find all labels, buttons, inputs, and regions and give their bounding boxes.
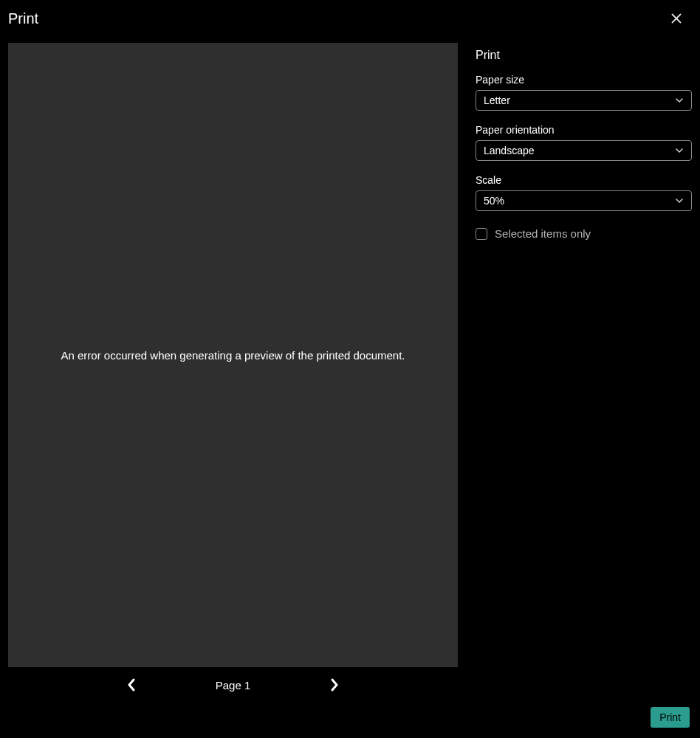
page-indicator: Page 1 (216, 679, 251, 692)
scale-value: 50% (484, 195, 504, 207)
paper-orientation-label: Paper orientation (476, 124, 692, 136)
preview-error-message: An error occurred when generating a prev… (61, 349, 405, 362)
preview-area: An error occurred when generating a prev… (8, 43, 458, 667)
paper-orientation-select[interactable]: Landscape (476, 140, 692, 161)
pager: Page 1 (8, 670, 458, 700)
chevron-down-icon (675, 146, 684, 155)
dialog-title: Print (8, 10, 38, 27)
selected-items-only-label: Selected items only (495, 227, 591, 240)
chevron-left-icon (126, 677, 137, 692)
selected-items-only-checkbox[interactable]: Selected items only (476, 227, 692, 240)
chevron-down-icon (675, 196, 684, 205)
prev-page-button[interactable] (121, 675, 142, 695)
close-button[interactable] (666, 8, 687, 29)
chevron-right-icon (329, 677, 340, 692)
paper-size-select[interactable]: Letter (476, 90, 692, 111)
scale-select[interactable]: 50% (476, 190, 692, 211)
paper-orientation-value: Landscape (484, 145, 535, 156)
scale-label: Scale (476, 174, 692, 186)
next-page-button[interactable] (324, 675, 345, 695)
settings-title: Print (476, 49, 692, 62)
paper-size-label: Paper size (476, 74, 692, 86)
settings-pane: Print Paper size Letter Paper orientatio… (476, 43, 692, 700)
preview-pane: An error occurred when generating a prev… (8, 43, 458, 700)
dialog-header: Print (0, 0, 700, 37)
checkbox-icon (476, 228, 487, 240)
chevron-down-icon (675, 96, 684, 105)
paper-size-value: Letter (484, 94, 510, 106)
close-icon (670, 13, 682, 24)
dialog-footer: Print (0, 707, 700, 738)
print-button[interactable]: Print (651, 707, 690, 728)
